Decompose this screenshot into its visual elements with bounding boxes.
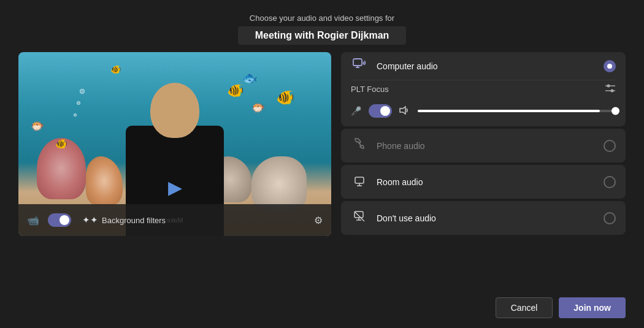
join-now-button[interactable]: Join now xyxy=(559,297,626,318)
cancel-button[interactable]: Cancel xyxy=(496,297,553,318)
computer-audio-label: Computer audio xyxy=(377,61,595,71)
room-audio-radio[interactable] xyxy=(604,176,616,188)
volume-slider-fill xyxy=(418,110,600,112)
phone-audio-option[interactable]: Phone audio xyxy=(341,129,626,162)
header-title: Meeting with Rogier Dijkman xyxy=(255,30,389,40)
camera-toggle-knob xyxy=(59,215,69,225)
computer-audio-section: Computer audio PLT Focus xyxy=(341,52,626,126)
room-audio-icon xyxy=(351,174,368,190)
main-content: 🐠 🐡 🐠 🐟 🐠 🐡 🐠 ▶ Make 📹 ✦✦ Background fil… xyxy=(18,52,626,290)
fish-decoration: 🐟 xyxy=(242,71,258,85)
fish-decoration: 🐠 xyxy=(276,89,294,106)
fish-decoration: 🐠 xyxy=(55,138,67,150)
bubble xyxy=(74,113,77,116)
bubble xyxy=(77,101,80,105)
no-audio-icon xyxy=(351,210,368,226)
mic-toggle-knob xyxy=(380,106,390,116)
background-filters-icon: ✦✦ xyxy=(82,215,98,226)
header-title-box: Meeting with Rogier Dijkman xyxy=(238,26,407,45)
sliders-icon[interactable] xyxy=(605,84,616,94)
svg-rect-0 xyxy=(353,59,362,66)
svg-marker-7 xyxy=(400,107,405,114)
background-filters-label: Background filters xyxy=(102,216,166,225)
header: Choose your audio and video settings for… xyxy=(238,13,407,45)
video-controls-bar: 📹 ✦✦ Background filters ⚙ xyxy=(18,204,331,236)
right-panel: Computer audio PLT Focus xyxy=(341,52,626,290)
svg-point-6 xyxy=(611,90,614,93)
fish-decoration: 🐠 xyxy=(227,83,243,99)
svg-rect-8 xyxy=(355,177,364,183)
camera-toggle[interactable] xyxy=(48,213,71,227)
camera-icon: 📹 xyxy=(27,215,39,226)
no-audio-label: Don't use audio xyxy=(377,213,595,223)
coral-decoration-3 xyxy=(251,156,307,212)
phone-audio-label: Phone audio xyxy=(377,141,595,151)
volume-slider-thumb xyxy=(611,107,619,115)
room-audio-option[interactable]: Room audio xyxy=(341,165,626,199)
microphone-icon: 🎤 xyxy=(351,106,361,116)
svg-point-4 xyxy=(607,85,610,88)
fish-decoration: 🐡 xyxy=(31,120,44,133)
background-filters-button[interactable]: ✦✦ Background filters xyxy=(82,215,166,226)
person-logo: ▶ xyxy=(163,175,187,199)
footer: Cancel Join now xyxy=(18,290,626,328)
header-subtitle: Choose your audio and video settings for xyxy=(238,13,407,23)
computer-audio-icon xyxy=(351,58,368,74)
computer-audio-radio[interactable] xyxy=(604,60,616,72)
video-settings-icon[interactable]: ⚙ xyxy=(314,215,323,226)
fish-decoration: 🐠 xyxy=(110,64,121,74)
computer-audio-header[interactable]: Computer audio xyxy=(351,58,616,74)
phone-audio-radio[interactable] xyxy=(604,140,616,152)
mic-volume-row: 🎤 xyxy=(351,104,616,118)
no-audio-option[interactable]: Don't use audio xyxy=(341,201,626,235)
room-audio-label: Room audio xyxy=(377,177,595,187)
video-panel: 🐠 🐡 🐠 🐟 🐠 🐡 🐠 ▶ Make 📹 ✦✦ Background fil… xyxy=(18,52,331,236)
bubble xyxy=(80,89,85,94)
plt-focus-label: PLT Focus xyxy=(351,85,389,94)
no-audio-radio[interactable] xyxy=(604,212,616,224)
volume-slider[interactable] xyxy=(418,110,616,112)
phone-audio-icon xyxy=(351,137,368,154)
fish-decoration: 🐡 xyxy=(251,101,265,115)
person-head xyxy=(150,83,199,138)
mic-toggle[interactable] xyxy=(369,104,392,118)
plt-focus-row: PLT Focus xyxy=(351,80,616,98)
speaker-icon xyxy=(399,106,410,116)
